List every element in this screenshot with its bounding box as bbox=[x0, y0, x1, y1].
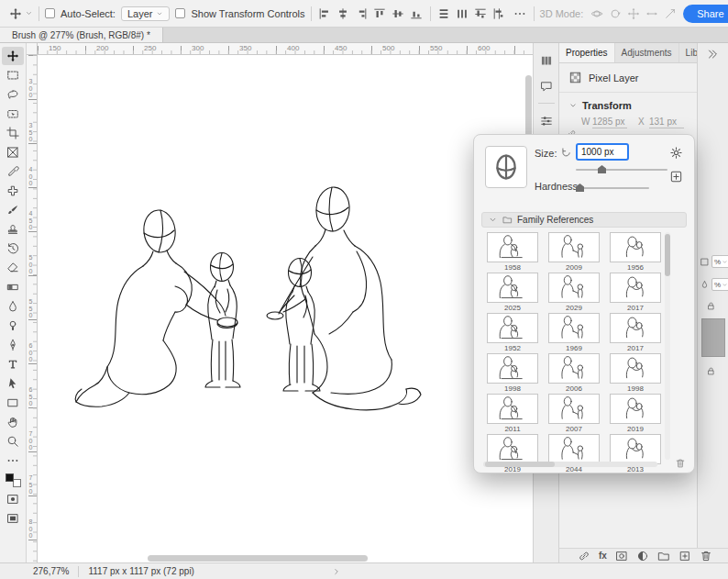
brush-preset[interactable]: 2019 bbox=[487, 434, 538, 473]
size-slider[interactable] bbox=[576, 169, 667, 171]
dist-left-icon[interactable] bbox=[491, 6, 507, 21]
tab-adjustments[interactable]: Adjustments bbox=[615, 43, 679, 62]
field-value[interactable]: 1285 px bbox=[592, 117, 627, 128]
horizontal-ruler[interactable]: 150200250300350400450500550600 bbox=[38, 43, 533, 55]
tool-hand[interactable] bbox=[2, 413, 24, 431]
align-right-icon[interactable] bbox=[354, 6, 370, 21]
tool-ellipsis[interactable] bbox=[2, 451, 24, 470]
dist-vert-icon[interactable] bbox=[436, 6, 452, 21]
transform-section-header[interactable]: Transform bbox=[559, 93, 697, 115]
columns-panel-icon[interactable] bbox=[537, 51, 555, 69]
tool-pathsel[interactable] bbox=[2, 374, 24, 393]
tool-frame[interactable] bbox=[2, 143, 24, 161]
mask-icon[interactable] bbox=[615, 550, 628, 562]
delete-brush-icon[interactable] bbox=[675, 458, 686, 469]
auto-select-checkbox[interactable] bbox=[45, 8, 55, 18]
comment-panel-icon[interactable] bbox=[537, 77, 555, 95]
align-left-icon[interactable] bbox=[317, 6, 333, 21]
brush-preset[interactable]: 2044 bbox=[548, 434, 600, 473]
status-options-chevron[interactable] bbox=[332, 567, 341, 576]
align-middle-icon[interactable] bbox=[391, 6, 406, 21]
tool-move[interactable] bbox=[2, 47, 24, 65]
share-button[interactable]: Share bbox=[683, 5, 728, 23]
tool-healing[interactable] bbox=[2, 182, 24, 200]
tool-eyedropper[interactable] bbox=[2, 162, 24, 181]
align-top-icon[interactable] bbox=[372, 6, 388, 21]
canvas-horizontal-scrollbar[interactable] bbox=[43, 555, 520, 562]
brush-preset[interactable]: 1952 bbox=[487, 313, 538, 353]
newlayer-icon[interactable] bbox=[678, 550, 691, 562]
auto-select-target-dropdown[interactable]: Layer bbox=[121, 6, 171, 21]
brush-size-input[interactable] bbox=[576, 143, 629, 161]
transform-w-field[interactable]: W1285 px bbox=[581, 117, 633, 128]
brush-preset[interactable]: 2025 bbox=[487, 273, 538, 313]
brush-preset[interactable]: 2017 bbox=[610, 273, 661, 313]
new-brush-icon[interactable] bbox=[669, 170, 683, 184]
brush-preset[interactable]: 1969 bbox=[548, 313, 600, 353]
trash-icon[interactable] bbox=[700, 550, 712, 562]
slider-thumb[interactable] bbox=[598, 165, 606, 173]
field-value[interactable]: 131 px bbox=[649, 117, 684, 128]
lock-all-control[interactable] bbox=[706, 366, 716, 376]
tool-pen[interactable] bbox=[2, 336, 24, 354]
show-transform-checkbox[interactable] bbox=[175, 8, 185, 18]
tool-gradient[interactable] bbox=[2, 278, 24, 296]
brush-preset[interactable]: 2019 bbox=[610, 394, 661, 434]
zoom-level[interactable]: 276,77% bbox=[33, 566, 69, 576]
align-bottom-icon[interactable] bbox=[409, 6, 425, 21]
ruler-origin-corner[interactable] bbox=[27, 43, 38, 55]
gear-icon[interactable] bbox=[669, 146, 683, 160]
current-tool-button[interactable] bbox=[7, 6, 33, 21]
scrollbar-thumb[interactable] bbox=[485, 462, 555, 467]
tool-quickmask[interactable] bbox=[2, 490, 24, 508]
dist-top-icon[interactable] bbox=[473, 6, 489, 21]
tool-swatches[interactable] bbox=[2, 471, 24, 489]
tool-eraser[interactable] bbox=[2, 259, 24, 277]
tool-lasso[interactable] bbox=[2, 85, 24, 104]
brush-preset[interactable]: 2007 bbox=[548, 394, 600, 434]
tool-dodge[interactable] bbox=[2, 317, 24, 335]
brush-preset[interactable]: 1998 bbox=[610, 353, 661, 394]
tool-zoom[interactable] bbox=[2, 432, 24, 451]
lock-control[interactable] bbox=[706, 301, 716, 311]
scrollbar-thumb[interactable] bbox=[665, 234, 670, 276]
fill-control[interactable]: % bbox=[700, 278, 728, 291]
brush-preset[interactable]: 1998 bbox=[487, 353, 538, 394]
scrollbar-thumb[interactable] bbox=[148, 555, 367, 562]
dist-horiz-icon[interactable] bbox=[455, 6, 470, 21]
hardness-slider[interactable] bbox=[576, 187, 649, 189]
opacity-control[interactable]: % bbox=[700, 255, 728, 268]
brush-preset[interactable]: 1958 bbox=[487, 232, 538, 273]
tool-brush[interactable] bbox=[2, 201, 24, 219]
canvas[interactable] bbox=[38, 55, 533, 562]
tab-properties[interactable]: Properties bbox=[559, 43, 615, 62]
brush-preset[interactable]: 2009 bbox=[548, 232, 600, 273]
sliders-panel-icon[interactable] bbox=[537, 112, 555, 129]
brush-group-header[interactable]: Family References bbox=[481, 212, 687, 228]
tool-type[interactable] bbox=[2, 355, 24, 373]
document-tab[interactable]: Brush @ 277% (Brush, RGB/8#) * bbox=[0, 28, 163, 42]
vertical-ruler[interactable]: 300350400450500550600650700750800 bbox=[27, 55, 38, 562]
link-icon[interactable] bbox=[578, 550, 590, 562]
tool-blur[interactable] bbox=[2, 297, 24, 316]
brush-preset[interactable]: 2029 bbox=[548, 273, 600, 313]
align-center-icon[interactable] bbox=[336, 6, 351, 21]
reset-size-icon[interactable] bbox=[560, 147, 572, 159]
adjustment-icon[interactable] bbox=[636, 550, 649, 562]
brush-preset[interactable]: 2013 bbox=[610, 434, 661, 473]
tool-stamp[interactable] bbox=[2, 220, 24, 239]
brush-grid-scrollbar[interactable] bbox=[665, 232, 670, 460]
brush-preset[interactable]: 2011 bbox=[487, 394, 538, 434]
more-options-button[interactable] bbox=[513, 6, 528, 21]
fx-button[interactable]: fx bbox=[599, 551, 607, 561]
tool-marquee[interactable] bbox=[2, 66, 24, 84]
tool-crop[interactable] bbox=[2, 124, 24, 142]
tool-screenmode[interactable] bbox=[2, 509, 24, 528]
tool-history[interactable] bbox=[2, 239, 24, 258]
transform-x-field[interactable]: X131 px bbox=[638, 117, 689, 128]
tool-shape[interactable] bbox=[2, 394, 24, 412]
tool-objsel[interactable] bbox=[2, 105, 24, 123]
expand-panels-button[interactable] bbox=[705, 47, 720, 61]
brush-grid-hscrollbar[interactable] bbox=[483, 462, 657, 467]
brush-preset[interactable]: 2006 bbox=[548, 353, 600, 394]
